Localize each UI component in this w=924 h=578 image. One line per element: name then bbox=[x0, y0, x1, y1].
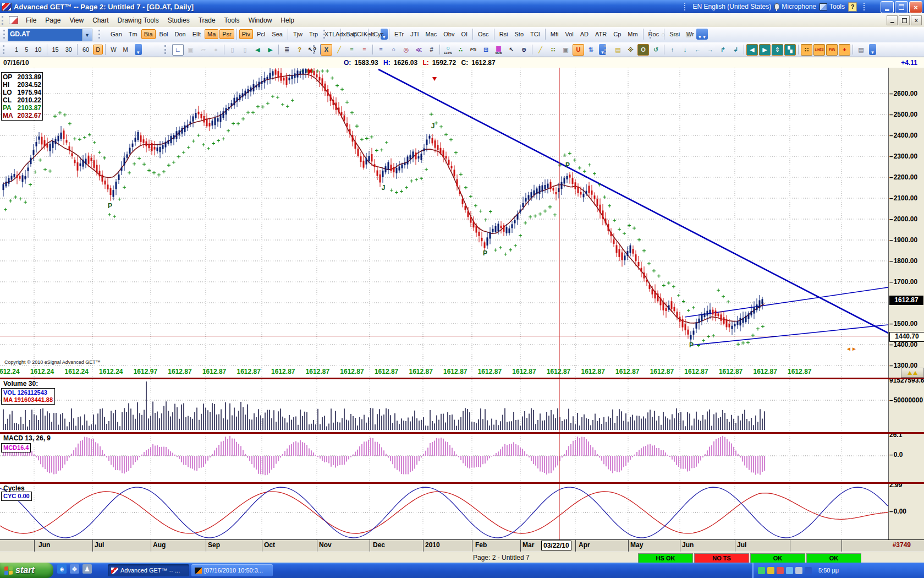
toolbar-button-tci[interactable]: TCI bbox=[527, 29, 543, 39]
stop-clock-icon[interactable]: O bbox=[637, 44, 649, 56]
down-arrow-icon[interactable]: ↓ bbox=[679, 44, 691, 56]
magnet-icon[interactable]: U bbox=[573, 44, 584, 56]
split-arrows-icon[interactable]: ⇅ bbox=[585, 44, 597, 56]
cross-tool-icon[interactable]: + bbox=[839, 44, 850, 56]
fib-tool-icon[interactable]: FIB bbox=[826, 44, 838, 56]
timeframe-toolbar-grip[interactable] bbox=[3, 45, 7, 54]
step-up-icon[interactable]: ↱ bbox=[717, 44, 729, 56]
menu-view[interactable]: View bbox=[65, 15, 88, 26]
toolbar-button-tm[interactable]: Tm bbox=[126, 29, 140, 39]
navigation-toolbar-grip[interactable] bbox=[164, 45, 169, 54]
toolbar-button-30[interactable]: 30 bbox=[63, 45, 75, 54]
drawing-toolbar-grip[interactable] bbox=[313, 45, 317, 54]
toolbar-button-pcl[interactable]: Pcl bbox=[254, 29, 268, 39]
menu-studies[interactable]: Studies bbox=[163, 15, 194, 26]
symbol-combobox[interactable]: GD.AT ▼ bbox=[8, 29, 92, 41]
close-button[interactable]: × bbox=[909, 1, 922, 13]
toolbar-scroll-button[interactable]: ▼ bbox=[135, 44, 142, 55]
mob-icon[interactable]: ▆MOB bbox=[493, 44, 504, 56]
tray-icon-1[interactable] bbox=[758, 567, 765, 574]
toolbar-button-oi[interactable]: OI bbox=[458, 29, 470, 39]
minimize-button[interactable] bbox=[881, 1, 894, 13]
mdi-close-button[interactable]: × bbox=[911, 15, 922, 25]
user-quick-launch-icon[interactable]: ♟ bbox=[82, 564, 92, 574]
toolbar-button-psr[interactable]: Psr bbox=[219, 29, 234, 39]
fan-lines-icon[interactable]: ≪ bbox=[413, 44, 425, 56]
compress-right-icon[interactable]: ▶ bbox=[759, 44, 771, 56]
toolbar-button-ad[interactable]: AD bbox=[578, 29, 591, 39]
left-arrow-icon[interactable]: ← bbox=[692, 44, 703, 56]
toolbar-button-trp[interactable]: Trp bbox=[306, 29, 321, 39]
toolbar-scroll-button[interactable]: ▼ bbox=[869, 44, 876, 55]
tray-icon-4[interactable] bbox=[786, 567, 793, 574]
toolbar-button-ma[interactable]: Ma bbox=[205, 29, 218, 39]
insect-icon[interactable]: ※ bbox=[625, 44, 636, 56]
tray-icon-2[interactable] bbox=[767, 567, 774, 574]
taskbar-task-1[interactable]: Advanced GET™ -- ... bbox=[108, 564, 189, 576]
toolbar-button-10[interactable]: 10 bbox=[32, 45, 44, 54]
toolbar-button-15[interactable]: 15 bbox=[50, 45, 62, 54]
toolbar-button-mm[interactable]: Mm bbox=[625, 29, 640, 39]
start-button[interactable]: start bbox=[0, 563, 53, 578]
window-tools-toolbar-grip[interactable] bbox=[604, 45, 609, 54]
crosshair-tool-icon[interactable]: X bbox=[321, 44, 332, 56]
taskbar-task-2[interactable]: [07/16/2010 10:50:3... bbox=[191, 564, 273, 576]
trend-lines-icon[interactable]: ≡ bbox=[346, 44, 358, 56]
microphone-button[interactable]: Microphone bbox=[774, 3, 816, 10]
pti-icon[interactable]: PTI bbox=[468, 44, 479, 56]
scale-settings-button[interactable] bbox=[901, 368, 924, 378]
menu-file[interactable]: File bbox=[21, 15, 41, 26]
language-bar-options-icon[interactable] bbox=[860, 3, 865, 10]
mdi-minimize-button[interactable] bbox=[887, 15, 898, 25]
step-down-icon[interactable]: ↲ bbox=[730, 44, 741, 56]
tray-icon-3[interactable] bbox=[777, 567, 784, 574]
toolbar-button-jti[interactable]: JTI bbox=[408, 29, 421, 39]
toolbar-button-m[interactable]: M bbox=[120, 45, 131, 54]
toolbar-button-rsi[interactable]: Rsi bbox=[497, 29, 511, 39]
nav-forward-icon[interactable]: ▶ bbox=[265, 44, 276, 56]
grid-icon[interactable]: # bbox=[426, 44, 437, 56]
menu-drawing-tools[interactable]: Drawing Tools bbox=[113, 15, 163, 26]
toolbar-button-sto[interactable]: Sto bbox=[512, 29, 527, 39]
properties-icon[interactable]: ▤ bbox=[855, 44, 867, 56]
tray-icon-6[interactable] bbox=[805, 567, 812, 574]
menu-trade[interactable]: Trade bbox=[194, 15, 220, 26]
toolbar-button-gan[interactable]: Gan bbox=[108, 29, 125, 39]
dots-grid-icon[interactable]: ∷ bbox=[801, 44, 812, 56]
pencil-tool-icon[interactable]: ╱ bbox=[333, 44, 345, 56]
up-arrow-icon[interactable]: ↑ bbox=[667, 44, 678, 56]
taskbar-clock[interactable]: 5:50 μμ bbox=[818, 567, 839, 574]
regression-lines-icon[interactable]: ≡ bbox=[375, 44, 387, 56]
toolbar-button-etr[interactable]: ETr bbox=[392, 29, 406, 39]
toolbar-button-60[interactable]: 60 bbox=[80, 45, 92, 54]
open-folder-icon[interactable]: ▤ bbox=[612, 44, 624, 56]
horizontal-scroll-arrows-icon[interactable]: ◄► bbox=[846, 346, 857, 352]
toolbar-button-mfi[interactable]: Mfi bbox=[548, 29, 562, 39]
tray-icon-5[interactable] bbox=[795, 567, 802, 574]
chart-window-system-icon[interactable] bbox=[9, 16, 18, 24]
price-chart-panel[interactable]: PJJPPP OP2033.89HI2034.52LO1975.94CL2010… bbox=[0, 68, 924, 378]
ie-quick-launch-icon[interactable]: e bbox=[57, 564, 67, 574]
compress-left-icon[interactable]: ◀ bbox=[746, 44, 758, 56]
toolbar-button-obv[interactable]: Obv bbox=[441, 29, 457, 39]
menu-help[interactable]: Help bbox=[276, 15, 299, 26]
hourglass-icon[interactable]: ▚ bbox=[784, 44, 796, 56]
scatter-tool-icon[interactable]: ∴ bbox=[455, 44, 466, 56]
toolbar-button-tjw[interactable]: Tjw bbox=[290, 29, 305, 39]
menu-window[interactable]: Window bbox=[244, 15, 277, 26]
toolbar-button-cyc[interactable]: Cyc bbox=[371, 29, 387, 39]
lines-tool-icon[interactable]: LINES bbox=[813, 44, 825, 56]
toolbar-button-5[interactable]: 5 bbox=[22, 45, 31, 54]
toolbar-button-cci[interactable]: CCI bbox=[350, 29, 366, 39]
macd-panel[interactable]: MACD 13, 26, 9 MCD16.4 26.1 –0.0 bbox=[0, 432, 924, 484]
toolbar-button-don[interactable]: Don bbox=[172, 29, 189, 39]
language-bar-grip[interactable] bbox=[684, 3, 688, 10]
extra-toolbar-grip[interactable] bbox=[650, 30, 654, 39]
toolbar-button-cp[interactable]: Cp bbox=[610, 29, 624, 39]
ellipse-tool-icon[interactable]: ○ELIPS bbox=[442, 44, 454, 56]
toolbar-button-1[interactable]: 1 bbox=[12, 45, 21, 54]
candlestick-chart[interactable]: PJJPPP bbox=[0, 68, 888, 380]
mdi-restore-button[interactable] bbox=[899, 15, 910, 25]
toolbar-button-d[interactable]: D bbox=[93, 45, 103, 54]
toolbar-button-bol[interactable]: Bol bbox=[157, 29, 171, 39]
